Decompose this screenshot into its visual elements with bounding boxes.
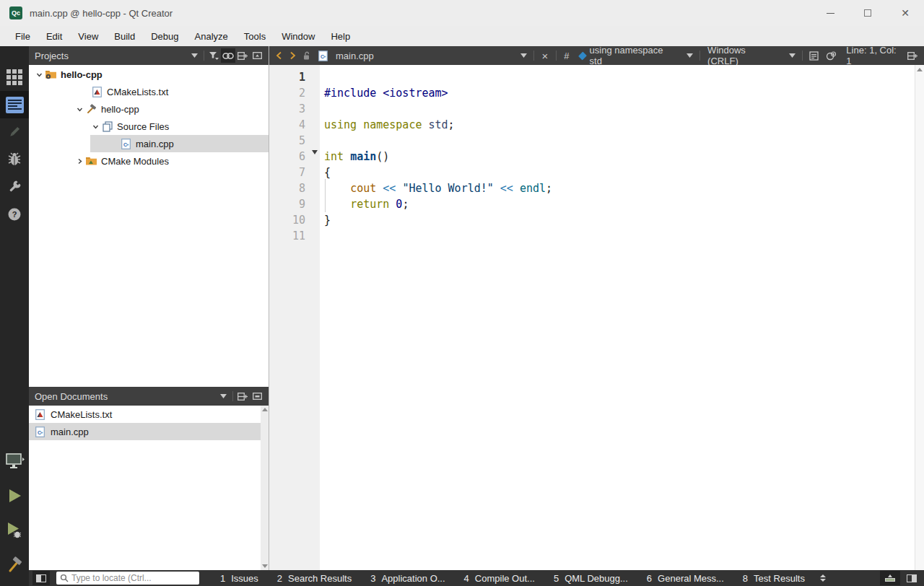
mode-help[interactable]: ?: [0, 201, 29, 228]
open-doc-main-cpp[interactable]: C+ main.cpp: [29, 423, 261, 440]
locator[interactable]: [56, 572, 199, 585]
chevron-right-icon[interactable]: [74, 158, 85, 165]
mode-debug[interactable]: [0, 146, 29, 173]
split-add-icon: [237, 393, 248, 401]
scroll-down-icon: [262, 564, 268, 568]
minimize-button[interactable]: [811, 0, 849, 26]
code-line[interactable]: [324, 133, 915, 149]
output-pane-search-results[interactable]: 2Search Results: [268, 570, 361, 586]
close-button[interactable]: ✕: [886, 0, 924, 26]
navigate-back-button[interactable]: [272, 46, 286, 65]
mode-edit[interactable]: [0, 91, 29, 118]
line-ending-dropdown[interactable]: Windows (CRLF): [707, 45, 771, 66]
debug-play-bug-icon: [5, 521, 24, 540]
editor-area: C+ main.cpp × # using namespace std: [269, 46, 924, 570]
menu-window[interactable]: Window: [274, 28, 323, 45]
open-doc-label: main.cpp: [51, 427, 89, 437]
code-line[interactable]: cout << "Hello World!" << endl;: [324, 180, 915, 196]
output-pane-issues[interactable]: 1Issues: [211, 570, 268, 586]
code-line[interactable]: [324, 228, 915, 244]
symbol-dropdown[interactable]: using namespace std: [590, 45, 669, 66]
navigate-forward-button[interactable]: [286, 46, 300, 65]
current-file-icon: C+: [315, 46, 331, 65]
output-pane-general-messages[interactable]: 6General Mess...: [637, 570, 733, 586]
tree-item-main-cpp[interactable]: C+ main.cpp: [90, 135, 269, 152]
tree-item-cmakelists[interactable]: CMakeLists.txt: [29, 83, 269, 100]
forward-chevron-icon: [289, 51, 296, 60]
output-pane-cycle-button[interactable]: [820, 574, 826, 582]
output-pane-application-output[interactable]: 3Application O...: [361, 570, 454, 586]
close-panel-button[interactable]: [250, 389, 264, 403]
menu-bar: File Edit View Build Debug Analyze Tools…: [0, 26, 924, 46]
code-editor[interactable]: 1 2 3 4 5 6 7 8 9 10 11: [269, 65, 924, 570]
menu-file[interactable]: File: [7, 28, 38, 45]
panel-mode-dropdown[interactable]: [187, 48, 201, 63]
maximize-output-pane-button[interactable]: [880, 571, 900, 585]
open-documents-scrollbar[interactable]: [261, 406, 269, 570]
split-editor-button[interactable]: [904, 52, 921, 60]
output-pane-qml-debugger[interactable]: 5QML Debugg...: [544, 570, 637, 586]
locator-input[interactable]: [71, 573, 187, 583]
chevron-down-icon[interactable]: [33, 71, 45, 78]
output-pane-compile-output[interactable]: 4Compile Out...: [455, 570, 544, 586]
symbol-dropdown-arrow[interactable]: [683, 46, 697, 65]
fold-marker-icon[interactable]: [312, 150, 318, 154]
editor-scrollbar[interactable]: [915, 65, 924, 570]
file-lock-indicator[interactable]: [300, 46, 315, 65]
tree-item-project-root[interactable]: hello-cpp: [29, 66, 269, 83]
mode-welcome[interactable]: [0, 64, 29, 91]
back-chevron-icon: [276, 51, 282, 60]
split-panel-button[interactable]: [235, 48, 250, 63]
debug-run-button[interactable]: [0, 517, 29, 544]
tree-item-source-files[interactable]: Source Files: [29, 118, 269, 135]
split-panel-button[interactable]: [235, 389, 250, 403]
close-panel-button[interactable]: [250, 48, 264, 63]
file-dropdown-arrow[interactable]: [517, 46, 531, 65]
menu-debug[interactable]: Debug: [143, 28, 186, 45]
code-content[interactable]: #include <iostream> using namespace std;…: [320, 65, 915, 570]
kit-selector-button[interactable]: [0, 447, 29, 475]
mode-projects[interactable]: [0, 173, 29, 201]
tree-item-cmake-modules[interactable]: CMake Modules: [29, 152, 269, 170]
menu-edit[interactable]: Edit: [38, 28, 70, 45]
filter-button[interactable]: [206, 48, 221, 63]
run-button[interactable]: [0, 482, 29, 510]
code-line[interactable]: int main(): [324, 149, 915, 165]
mode-sidebar: ?: [0, 46, 29, 586]
code-line[interactable]: }: [324, 212, 915, 228]
maximize-icon: [864, 9, 871, 17]
code-line[interactable]: #include <iostream>: [324, 85, 915, 101]
tree-item-label: Source Files: [117, 121, 169, 132]
code-line[interactable]: return 0;: [324, 196, 915, 212]
sync-with-editor-button[interactable]: [221, 48, 235, 63]
output-pane-test-results[interactable]: 8Test Results: [733, 570, 814, 586]
app-icon: Qc: [9, 6, 22, 19]
line-number: 7: [269, 165, 305, 180]
editor-properties-button[interactable]: [806, 46, 822, 65]
code-line[interactable]: {: [324, 165, 915, 180]
encoding-button[interactable]: [822, 46, 840, 65]
tree-item-build-target[interactable]: hello-cpp: [29, 100, 269, 118]
mode-design[interactable]: [0, 118, 29, 146]
code-line[interactable]: using namespace std;: [324, 117, 915, 133]
open-doc-cmakelists[interactable]: CMakeLists.txt: [29, 406, 261, 423]
code-line[interactable]: [324, 101, 915, 117]
chevron-down-icon[interactable]: [74, 106, 85, 113]
collapse-panel-icon: [253, 52, 262, 59]
toggle-left-sidebar-button[interactable]: [32, 571, 50, 585]
menu-analyze[interactable]: Analyze: [187, 28, 236, 45]
panel-mode-dropdown[interactable]: [216, 389, 230, 403]
menu-help[interactable]: Help: [323, 28, 358, 45]
close-document-button[interactable]: ×: [537, 50, 554, 62]
toggle-right-sidebar-button[interactable]: [907, 574, 917, 582]
menu-tools[interactable]: Tools: [236, 28, 274, 45]
line-number: 10: [269, 212, 305, 228]
code-line[interactable]: [324, 69, 915, 85]
menu-build[interactable]: Build: [106, 28, 143, 45]
chevron-down-icon[interactable]: [90, 123, 101, 130]
build-button[interactable]: [0, 551, 29, 579]
line-ending-dropdown-arrow[interactable]: [785, 46, 799, 65]
maximize-button[interactable]: [849, 0, 886, 26]
menu-view[interactable]: View: [70, 28, 106, 45]
open-file-dropdown[interactable]: main.cpp: [336, 51, 374, 61]
